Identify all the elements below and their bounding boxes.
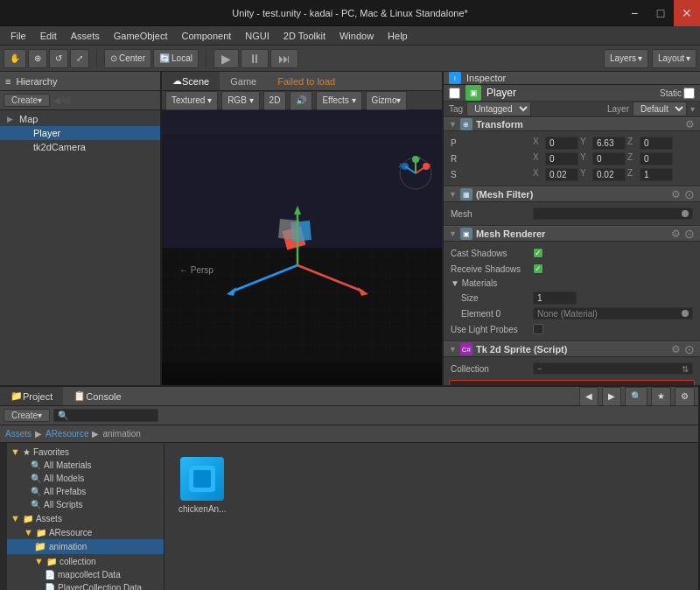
rgb-button[interactable]: RGB ▾ <box>221 91 259 110</box>
mapcollect-icon: 📄 <box>45 570 55 579</box>
gizmos-button[interactable]: Gizmo▾ <box>366 91 408 110</box>
close-button[interactable]: ✕ <box>674 0 700 26</box>
all-scripts-item[interactable]: 🔍 All Scripts <box>7 498 164 511</box>
local-button[interactable]: 🔄 Local <box>153 49 199 68</box>
layout-dropdown[interactable]: Layout ▾ <box>652 49 696 68</box>
menu-window[interactable]: Window <box>332 29 381 43</box>
castshadows-checkbox[interactable]: ✓ <box>533 248 543 258</box>
mapcollect-item[interactable]: 📄 mapcollect Data <box>7 568 164 581</box>
textured-button[interactable]: Textured ▾ <box>165 91 218 110</box>
tk2dsprite-header[interactable]: ▼ C# Tk 2d Sprite (Script) ⚙ ⊙ <box>444 341 700 357</box>
sz-field[interactable] <box>640 168 673 181</box>
receiveshadows-checkbox[interactable]: ✓ <box>533 263 543 274</box>
project-search-input[interactable] <box>53 409 158 422</box>
sx-field[interactable] <box>545 168 578 181</box>
playercollection-item[interactable]: 📄 PlayerCollection Data <box>7 581 164 590</box>
vertical-resizer-bar[interactable] <box>0 443 7 590</box>
collection-folder[interactable]: ▼ 📁 collection <box>7 554 164 568</box>
tag-dropdown[interactable]: Untagged <box>466 102 531 116</box>
object-active-checkbox[interactable] <box>449 88 460 99</box>
project-nav-back[interactable]: ◀ <box>579 387 598 406</box>
playercollection-icon: 📄 <box>45 583 55 590</box>
meshrenderer-header[interactable]: ▼ ▣ Mesh Renderer ⚙ ⊙ <box>444 226 700 242</box>
audio-button[interactable]: 🔊 <box>290 91 312 110</box>
rotate-tool[interactable]: ↺ <box>49 49 68 68</box>
bottom-panels: 📁 Project 📋 Console ◀ ▶ 🔍 ★ ⚙ Create▾ <box>0 387 700 590</box>
lightprobes-checkbox[interactable] <box>533 324 543 334</box>
project-star-btn[interactable]: ★ <box>651 387 671 406</box>
scene-tab[interactable]: ☁ Scene <box>162 72 220 90</box>
chicken-asset[interactable]: chickenAn... <box>175 453 229 517</box>
all-materials-item[interactable]: 🔍 All Materials <box>7 459 164 472</box>
project-create-button[interactable]: Create▾ <box>4 409 50 422</box>
mesh-value-field[interactable] <box>533 207 693 220</box>
hierarchy-item-player[interactable]: Player <box>0 126 160 140</box>
menu-component[interactable]: Component <box>174 29 238 43</box>
hand-tool[interactable]: ✋ <box>4 49 26 68</box>
hierarchy-item-map[interactable]: ▶ Map <box>0 112 160 126</box>
center-button[interactable]: ⊙ Center <box>104 49 151 68</box>
static-checkbox[interactable] <box>683 88 695 99</box>
project-search-btn[interactable]: 🔍 <box>625 387 648 406</box>
assets-folder[interactable]: ▼ 📁 Assets <box>7 511 164 525</box>
project-tab[interactable]: 📁 Project <box>0 387 63 405</box>
assets-folder-arrow: ▼ <box>10 513 20 523</box>
favorites-folder[interactable]: ▼ ★ Favorites <box>7 445 164 459</box>
menu-2dtoolkit[interactable]: 2D Toolkit <box>276 29 332 43</box>
menu-assets[interactable]: Assets <box>64 29 107 43</box>
transform-collapse-icon: ▼ <box>449 120 457 129</box>
menu-help[interactable]: Help <box>381 29 415 43</box>
svg-text:z: z <box>399 162 402 168</box>
scale-tool[interactable]: ⤢ <box>70 49 89 68</box>
menu-file[interactable]: File <box>4 29 33 43</box>
receiveshadows-row: Receive Shadows ✓ <box>444 261 700 277</box>
all-prefabs-item[interactable]: 🔍 All Prefabs <box>7 485 164 498</box>
maximize-button[interactable]: □ <box>648 0 674 26</box>
effects-button[interactable]: Effects ▾ <box>316 91 361 110</box>
minimize-button[interactable]: − <box>621 0 648 26</box>
materials-label: ▼ Materials <box>444 277 700 290</box>
2d-button[interactable]: 2D <box>263 91 287 110</box>
rz-field[interactable] <box>640 152 673 165</box>
breadcrumb-assets[interactable]: Assets <box>5 429 32 439</box>
animation-folder-icon: 📁 <box>34 541 46 552</box>
transform-settings-icon[interactable]: ⚙ <box>685 118 695 130</box>
layers-dropdown[interactable]: Layers ▾ <box>604 49 648 68</box>
menu-gameobject[interactable]: GameObject <box>107 29 175 43</box>
move-tool[interactable]: ⊕ <box>28 49 47 68</box>
play-button[interactable]: ▶ <box>214 49 239 68</box>
pz-field[interactable] <box>640 137 673 150</box>
console-tab[interactable]: 📋 Console <box>63 387 131 405</box>
game-tab[interactable]: Game <box>220 72 267 90</box>
toolbar: ✋ ⊕ ↺ ⤢ ⊙ Center 🔄 Local ▶ ⏸ ⏭ Layers ▾ … <box>0 46 700 72</box>
tk2dsprite-settings-icon[interactable]: ⚙ <box>671 343 681 355</box>
pause-button[interactable]: ⏸ <box>241 49 269 68</box>
play-controls: ▶ ⏸ ⏭ <box>214 49 298 68</box>
meshfilter-settings-icon[interactable]: ⚙ <box>671 188 681 200</box>
collection-field[interactable]: − ⇅ <box>533 362 693 375</box>
meshfilter-header[interactable]: ▼ ▦ (Mesh Filter) ⚙ ⊙ <box>444 186 700 202</box>
all-models-item[interactable]: 🔍 All Models <box>7 472 164 485</box>
ry-field[interactable] <box>592 152 626 165</box>
hierarchy-item-tk2dcamera[interactable]: tk2dCamera <box>0 140 160 154</box>
sy-field[interactable] <box>592 168 626 181</box>
transform-header[interactable]: ▼ ⊕ Transform ⚙ <box>444 117 700 131</box>
project-gear-btn[interactable]: ⚙ <box>675 387 695 406</box>
step-button[interactable]: ⏭ <box>270 49 298 68</box>
menu-ngui[interactable]: NGUI <box>238 29 276 43</box>
hierarchy-create-button[interactable]: Create▾ <box>4 94 50 107</box>
px-field[interactable] <box>545 137 578 150</box>
element0-field[interactable]: None (Material) <box>533 307 693 320</box>
menu-edit[interactable]: Edit <box>33 29 64 43</box>
meshrenderer-settings-icon[interactable]: ⚙ <box>671 228 681 240</box>
static-label: Static <box>660 88 682 98</box>
aresource-folder[interactable]: ▼ 📁 AResource <box>7 525 164 539</box>
size-field[interactable] <box>533 291 577 305</box>
aresource-arrow: ▼ <box>24 527 33 537</box>
layer-dropdown[interactable]: Default <box>633 102 687 116</box>
py-field[interactable] <box>592 137 626 150</box>
project-nav-forward[interactable]: ▶ <box>602 387 621 406</box>
animation-folder[interactable]: 📁 animation <box>7 539 164 554</box>
breadcrumb-aresource[interactable]: AResource <box>46 429 88 439</box>
rx-field[interactable] <box>545 152 578 165</box>
